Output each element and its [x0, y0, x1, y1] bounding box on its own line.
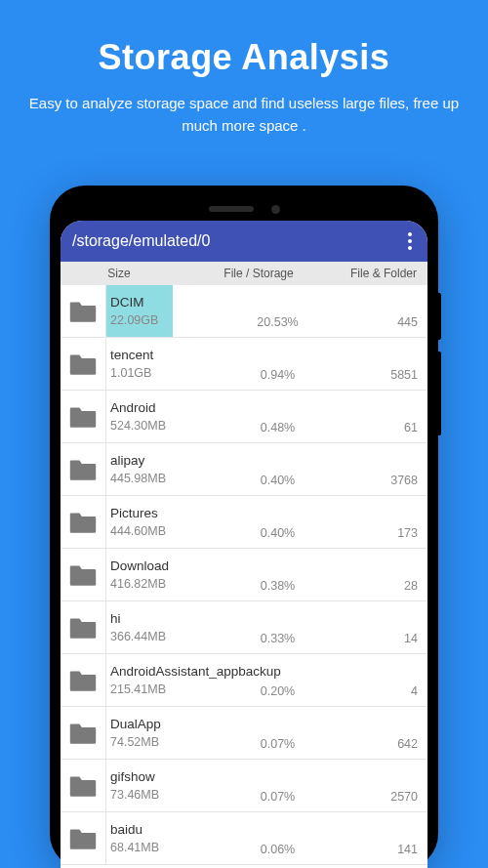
item-count: 14	[357, 601, 427, 653]
overflow-menu-button[interactable]	[402, 227, 418, 256]
phone-notch	[61, 197, 427, 221]
item-left: gifshow73.46MB	[106, 760, 198, 811]
col-file-storage[interactable]: File / Storage	[178, 262, 340, 285]
item-info: baidu68.41MB0.06%141	[105, 812, 427, 864]
item-left: baidu68.41MB	[106, 812, 198, 864]
item-name: Pictures	[110, 505, 198, 522]
item-percent: 0.07%	[198, 707, 357, 759]
item-count: 3768	[357, 443, 427, 495]
list-item[interactable]: baidu68.41MB0.06%141	[61, 812, 427, 865]
item-percent: 0.06%	[198, 812, 357, 864]
item-info: AndroidAssistant_appbackup215.41MB0.20%4	[105, 654, 427, 706]
item-size: 215.41MB	[110, 682, 198, 697]
dot-icon	[408, 239, 412, 243]
phone-screen: /storage/emulated/0 Size File / Storage …	[61, 221, 427, 868]
item-count: 2570	[357, 760, 427, 811]
folder-icon	[61, 760, 105, 811]
item-size: 73.46MB	[110, 787, 198, 803]
list-item[interactable]: AndroidAssistant_appbackup215.41MB0.20%4	[61, 654, 427, 707]
item-info: gifshow73.46MB0.07%2570	[105, 760, 427, 811]
file-list[interactable]: DCIM22.09GB20.53%445tencent1.01GB0.94%58…	[61, 285, 427, 865]
hero-subtitle: Easy to analyze storage space and find u…	[20, 92, 468, 138]
app-bar: /storage/emulated/0	[61, 221, 427, 262]
list-item[interactable]: Pictures444.60MB0.40%173	[61, 496, 427, 549]
folder-icon	[61, 443, 105, 495]
item-info: DCIM22.09GB20.53%445	[105, 285, 427, 337]
item-percent: 0.38%	[198, 549, 357, 600]
item-name: alipay	[110, 452, 198, 470]
item-name: AndroidAssistant_appbackup	[110, 663, 198, 681]
item-info: tencent1.01GB0.94%5851	[105, 338, 427, 390]
item-size: 416.82MB	[110, 576, 198, 592]
item-left: alipay445.98MB	[106, 443, 198, 495]
col-size[interactable]: Size	[61, 262, 178, 285]
folder-icon	[61, 601, 105, 653]
item-percent: 0.20%	[198, 654, 357, 706]
item-size: 445.98MB	[110, 471, 198, 486]
item-info: Android524.30MB0.48%61	[105, 391, 427, 442]
list-item[interactable]: hi366.44MB0.33%14	[61, 601, 427, 654]
item-name: DCIM	[110, 294, 198, 311]
item-left: Android524.30MB	[106, 391, 198, 442]
folder-icon	[61, 707, 105, 759]
list-item[interactable]: tencent1.01GB0.94%5851	[61, 338, 427, 391]
item-left: DualApp74.52MB	[106, 707, 198, 759]
item-left: DCIM22.09GB	[106, 285, 198, 337]
item-size: 68.41MB	[110, 840, 198, 855]
item-name: hi	[110, 610, 198, 628]
list-item[interactable]: Download416.82MB0.38%28	[61, 549, 427, 601]
item-name: DualApp	[110, 716, 198, 733]
item-left: Pictures444.60MB	[106, 496, 198, 548]
camera-icon	[271, 205, 280, 214]
item-name: Android	[110, 399, 198, 417]
item-percent: 0.33%	[198, 601, 357, 653]
item-count: 173	[357, 496, 427, 548]
list-item[interactable]: alipay445.98MB0.40%3768	[61, 443, 427, 496]
item-count: 445	[357, 285, 427, 337]
item-info: Download416.82MB0.38%28	[105, 549, 427, 600]
folder-icon	[61, 812, 105, 864]
item-size: 444.60MB	[110, 523, 198, 539]
item-info: Pictures444.60MB0.40%173	[105, 496, 427, 548]
item-info: hi366.44MB0.33%14	[105, 601, 427, 653]
column-headers: Size File / Storage File & Folder	[61, 262, 427, 285]
item-percent: 0.40%	[198, 443, 357, 495]
hero: Storage Analysis Easy to analyze storage…	[0, 0, 488, 157]
speaker-icon	[209, 206, 254, 212]
item-percent: 0.94%	[198, 338, 357, 390]
item-count: 141	[357, 812, 427, 864]
folder-icon	[61, 285, 105, 337]
item-info: DualApp74.52MB0.07%642	[105, 707, 427, 759]
item-count: 28	[357, 549, 427, 600]
list-item[interactable]: Android524.30MB0.48%61	[61, 391, 427, 443]
item-name: tencent	[110, 347, 198, 364]
path-title: /storage/emulated/0	[72, 232, 210, 250]
item-count: 61	[357, 391, 427, 442]
folder-icon	[61, 654, 105, 706]
list-item[interactable]: DCIM22.09GB20.53%445	[61, 285, 427, 338]
item-size: 524.30MB	[110, 418, 198, 434]
hero-title: Storage Analysis	[20, 37, 468, 78]
list-item[interactable]: gifshow73.46MB0.07%2570	[61, 760, 427, 812]
item-count: 642	[357, 707, 427, 759]
item-count: 5851	[357, 338, 427, 390]
dot-icon	[408, 232, 412, 236]
phone-side-button	[438, 293, 441, 340]
item-size: 1.01GB	[110, 365, 198, 381]
item-percent: 20.53%	[198, 285, 357, 337]
folder-icon	[61, 549, 105, 600]
list-item[interactable]: DualApp74.52MB0.07%642	[61, 707, 427, 760]
item-size: 22.09GB	[110, 312, 198, 328]
item-size: 74.52MB	[110, 734, 198, 750]
col-file-folder[interactable]: File & Folder	[340, 262, 427, 285]
folder-icon	[61, 391, 105, 442]
item-count: 4	[357, 654, 427, 706]
item-size: 366.44MB	[110, 629, 198, 644]
item-name: baidu	[110, 821, 198, 839]
item-left: AndroidAssistant_appbackup215.41MB	[106, 654, 198, 706]
dot-icon	[408, 246, 412, 250]
item-percent: 0.40%	[198, 496, 357, 548]
item-left: Download416.82MB	[106, 549, 198, 600]
item-left: tencent1.01GB	[106, 338, 198, 390]
folder-icon	[61, 338, 105, 390]
